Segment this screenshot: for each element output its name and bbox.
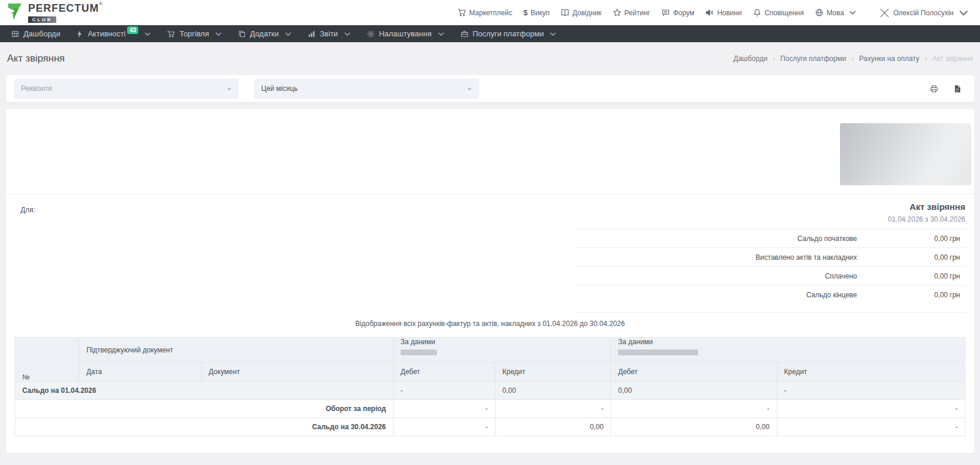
summary-value: 0,00 грн bbox=[857, 235, 966, 243]
row-label: Сальдо на 01.04.2026 bbox=[15, 382, 394, 400]
grid-icon bbox=[11, 30, 19, 38]
nav-item-4[interactable]: Звіти bbox=[300, 25, 359, 42]
nav-item-0[interactable]: Дашборди bbox=[4, 25, 68, 42]
cell-value: - bbox=[777, 418, 965, 436]
summary-row: Виставлено актів та накладних0,00 грн bbox=[576, 247, 966, 266]
chevron-down-icon bbox=[848, 8, 857, 17]
breadcrumb-item-1[interactable]: Послуги платформи bbox=[780, 55, 846, 63]
nav-item-5[interactable]: Налаштування bbox=[359, 25, 453, 42]
cell-value: 0,00 bbox=[611, 382, 777, 400]
chevron-down-icon bbox=[144, 30, 152, 38]
table-row: Оборот за період---- bbox=[15, 400, 965, 418]
cell-value: 0,00 bbox=[495, 418, 611, 436]
chevron-down-icon bbox=[343, 30, 351, 38]
period-value: Цей місяць bbox=[261, 84, 298, 93]
menu-item-label: Олексій Полосухін bbox=[893, 9, 954, 17]
briefcase-icon bbox=[460, 30, 469, 38]
breadcrumb-separator: › bbox=[773, 55, 775, 63]
page-head: Акт звіряння Дашборди›Послуги платформи›… bbox=[6, 42, 974, 75]
breadcrumb-item-0[interactable]: Дашборди bbox=[733, 55, 767, 63]
col-header-2: Дебет bbox=[393, 362, 495, 382]
chevron-down-icon bbox=[437, 30, 445, 38]
nav-item-label: Звіти bbox=[320, 29, 338, 38]
chevron-down-icon bbox=[958, 7, 969, 19]
nav-item-label: Налаштування bbox=[379, 29, 432, 38]
main-navbar: ДашбордиАктивності43ТоргівляДодаткиЗвіти… bbox=[0, 25, 980, 42]
col-header-0: Дата bbox=[79, 362, 202, 382]
requisites-select[interactable]: Реквізити bbox=[14, 79, 239, 99]
cell-value: - bbox=[777, 382, 965, 400]
registered-mark: ® bbox=[99, 1, 103, 6]
chevron-down-icon bbox=[549, 30, 557, 38]
brand-logo[interactable]: PERFECTUM® CLUB bbox=[7, 3, 103, 23]
nav-item-label: Дашборди bbox=[23, 29, 60, 38]
summary-label: Сплачено bbox=[576, 272, 857, 280]
group-header-document: Підтверджуючий документ bbox=[79, 338, 393, 362]
cell-value: - bbox=[393, 382, 495, 400]
nav-item-label: Активності bbox=[88, 29, 125, 38]
menu-item-0[interactable]: Маркетплейс bbox=[457, 8, 513, 17]
document-period: 01.04.2026 з 30.04.2026 bbox=[888, 215, 965, 224]
menu-item-3[interactable]: Рейтинг bbox=[613, 8, 650, 17]
menu-item-6[interactable]: Сповіщення bbox=[753, 8, 804, 17]
summary-label: Сальдо кінцеве bbox=[576, 291, 857, 299]
page-title: Акт звіряння bbox=[7, 53, 65, 65]
copy-icon bbox=[238, 30, 246, 38]
menu-item-user[interactable]: Олексій Полосухін bbox=[879, 7, 969, 19]
top-header: PERFECTUM® CLUB Маркетплейс$ВикупДовідни… bbox=[0, 0, 980, 25]
activity-count-badge: 43 bbox=[127, 26, 138, 34]
nav-item-1[interactable]: Активності43 bbox=[68, 25, 160, 42]
col-header-3: Кредит bbox=[495, 362, 611, 382]
print-button[interactable] bbox=[925, 81, 943, 96]
table-row: Сальдо на 01.04.2026-0,000,00- bbox=[15, 382, 965, 400]
cell-value: - bbox=[611, 400, 777, 418]
menu-item-label: Форум bbox=[673, 9, 694, 17]
menu-item-label: Новини bbox=[717, 9, 742, 17]
chevron-down-icon bbox=[227, 86, 232, 91]
col-header-5: Кредит bbox=[777, 362, 965, 382]
nav-item-label: Торгівля bbox=[179, 29, 209, 38]
menu-item-1[interactable]: $Викуп bbox=[523, 9, 549, 17]
summary-value: 0,00 грн bbox=[857, 291, 966, 299]
cell-value: - bbox=[393, 400, 495, 418]
summary-row: Сплачено0,00 грн bbox=[576, 266, 966, 285]
menu-item-5[interactable]: Новини bbox=[705, 8, 742, 17]
nav-item-2[interactable]: Торгівля bbox=[159, 25, 230, 42]
top-menu: Маркетплейс$ВикупДовідникРейтингФорумНов… bbox=[457, 7, 969, 19]
menu-item-2[interactable]: Довідник bbox=[561, 8, 602, 17]
nav-item-6[interactable]: Послуги платформи bbox=[453, 25, 565, 42]
period-select[interactable]: Цей місяць bbox=[254, 79, 479, 99]
table-row: Сальдо на 30.04.2026-0,000,00- bbox=[15, 418, 965, 436]
redacted-company-logo bbox=[840, 123, 971, 185]
chevron-down-icon bbox=[467, 86, 472, 91]
summary-value: 0,00 грн bbox=[857, 253, 966, 262]
reconciliation-document: Для: Акт звіряння 01.04.2026 з 30.04.202… bbox=[6, 109, 974, 453]
chat-icon bbox=[661, 8, 670, 17]
menu-item-7[interactable]: Мова bbox=[815, 8, 857, 17]
menu-item-4[interactable]: Форум bbox=[661, 8, 694, 17]
breadcrumb-item-3: Акт звіряння bbox=[932, 55, 973, 63]
redacted-company-name bbox=[401, 349, 437, 355]
export-file-button[interactable] bbox=[948, 81, 966, 96]
for-label: Для: bbox=[21, 201, 35, 214]
menu-item-label: Рейтинг bbox=[624, 9, 650, 17]
speaker-icon bbox=[705, 8, 714, 17]
cart-icon bbox=[457, 8, 466, 17]
summary-value: 0,00 грн bbox=[857, 272, 966, 280]
menu-item-label: Мова bbox=[827, 9, 844, 17]
perfectum-bolt-icon bbox=[7, 3, 23, 23]
breadcrumb-item-2[interactable]: Рахунки на оплату bbox=[859, 55, 919, 63]
file-export-icon bbox=[953, 84, 962, 93]
page-content: Акт звіряння Дашборди›Послуги платформи›… bbox=[0, 42, 980, 453]
nav-item-3[interactable]: Додатки bbox=[230, 25, 300, 42]
cell-value: - bbox=[495, 400, 611, 418]
summary-label: Виставлено актів та накладних bbox=[576, 253, 857, 262]
star-icon bbox=[613, 8, 622, 17]
brand-name: PERFECTUM bbox=[28, 2, 99, 14]
cell-value: - bbox=[393, 418, 495, 436]
summary-table: Сальдо початкове0,00 грнВиставлено актів… bbox=[576, 229, 966, 313]
globe-icon bbox=[815, 8, 824, 17]
cart-icon bbox=[167, 30, 175, 38]
menu-item-label: Маркетплейс bbox=[469, 9, 513, 17]
chevron-down-icon bbox=[284, 30, 292, 38]
